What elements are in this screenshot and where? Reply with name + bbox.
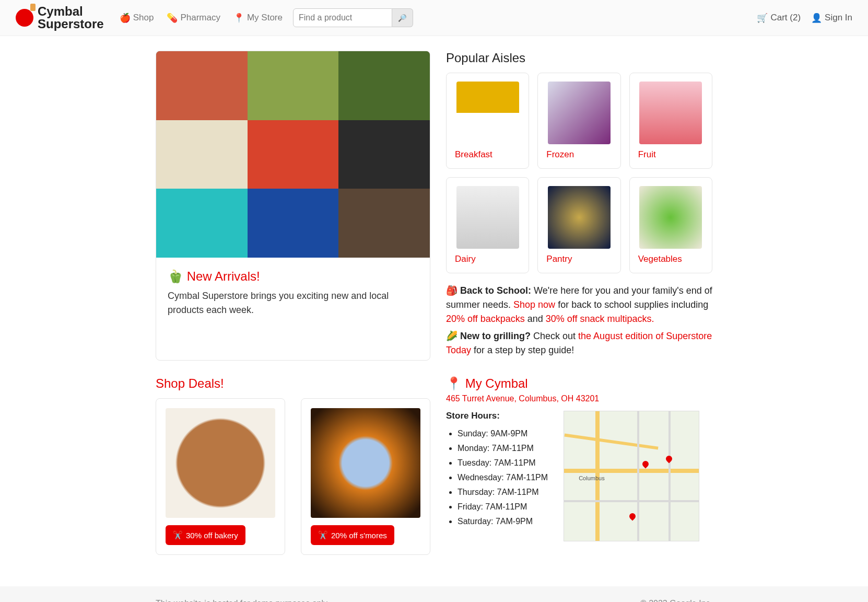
aisle-frozen[interactable]: Frozen <box>537 73 620 169</box>
store-hours: Store Hours: Sunday: 9AM-9PMMonday: 7AM-… <box>446 411 548 541</box>
aisle-image <box>456 186 519 249</box>
scissors-icon: ✂️ <box>173 530 183 540</box>
top-nav: Cymbal Superstore 🍎 Shop 💊 Pharmacy 📍 My… <box>0 0 868 36</box>
store-address-link[interactable]: 465 Turret Avenue, Columbus, OH 43201 <box>446 394 599 403</box>
search-icon: 🔎 <box>398 14 407 22</box>
my-cymbal-title: 📍 My Cymbal <box>446 376 712 391</box>
brand-logo[interactable]: Cymbal Superstore <box>16 5 104 30</box>
aisle-image <box>548 186 611 249</box>
footer-disclaimer: This website is hosted for demo purposes… <box>156 599 329 602</box>
logo-icon <box>16 9 33 27</box>
main-content: 🫑 New Arrivals! Cymbal Superstore brings… <box>149 51 719 555</box>
new-arrivals-card[interactable]: 🫑 New Arrivals! Cymbal Superstore brings… <box>156 51 430 361</box>
aisle-image <box>548 82 611 144</box>
header-right: 🛒 Cart (2) 👤 Sign In <box>757 13 852 24</box>
shop-deals-title: Shop Deals! <box>156 376 430 391</box>
new-arrivals-title: 🫑 New Arrivals! <box>168 269 418 284</box>
deal-button[interactable]: ✂️30% off bakery <box>166 525 245 545</box>
deal-image <box>311 408 420 518</box>
aisle-vegetables[interactable]: Vegetables <box>629 177 712 273</box>
popular-aisles-section: Popular Aisles BreakfastFrozenFruitDairy… <box>446 51 712 361</box>
new-arrivals-image <box>156 51 430 258</box>
cart-link[interactable]: 🛒 Cart (2) <box>757 13 801 24</box>
search-button[interactable]: 🔎 <box>392 8 413 27</box>
user-icon: 👤 <box>811 13 822 24</box>
deal-card[interactable]: ✂️30% off bakery <box>156 398 285 555</box>
aisle-dairy[interactable]: Dairy <box>446 177 529 273</box>
new-arrivals-desc: Cymbal Superstore brings you exciting ne… <box>168 289 418 317</box>
shop-deals-section: Shop Deals! ✂️30% off bakery✂️20% off s'… <box>156 376 430 555</box>
signin-link[interactable]: 👤 Sign In <box>811 13 852 24</box>
promo-block: 🎒 Back to School: We're here for you and… <box>446 284 712 357</box>
backpack-icon: 🎒 <box>446 285 458 296</box>
my-cymbal-section: 📍 My Cymbal 465 Turret Avenue, Columbus,… <box>446 376 712 555</box>
hours-row: Saturday: 7AM-9PM <box>458 514 548 529</box>
map-pin-icon <box>628 512 637 521</box>
aisle-image <box>639 186 702 249</box>
hours-row: Thursday: 7AM-11PM <box>458 485 548 500</box>
hours-row: Wednesday: 7AM-11PM <box>458 470 548 485</box>
promo-grilling: 🌽 New to grilling? Check out the August … <box>446 329 712 357</box>
store-hours-label: Store Hours: <box>446 411 548 421</box>
map-city-label: Columbus <box>579 475 605 481</box>
aisle-label: Vegetables <box>638 254 703 264</box>
scissors-icon: ✂️ <box>318 530 328 540</box>
nav-pharmacy[interactable]: 💊 Pharmacy <box>167 13 220 24</box>
deal-image <box>166 408 275 518</box>
map-pin-icon <box>641 460 650 469</box>
nav-shop[interactable]: 🍎 Shop <box>120 13 154 24</box>
aisle-label: Pantry <box>546 254 612 264</box>
map-pin-icon <box>665 455 674 464</box>
search-form: 🔎 <box>293 8 413 27</box>
aisle-image <box>639 82 702 144</box>
hours-row: Tuesday: 7AM-11PM <box>458 456 548 470</box>
promo-shop-now-link[interactable]: Shop now <box>513 299 555 310</box>
aisle-fruit[interactable]: Fruit <box>629 73 712 169</box>
pin-icon: 📍 <box>446 376 462 390</box>
pin-icon: 📍 <box>233 13 244 24</box>
page-footer: This website is hosted for demo purposes… <box>0 586 868 602</box>
brand-text: Cymbal Superstore <box>38 5 104 30</box>
aisle-image <box>456 82 519 144</box>
aisle-label: Fruit <box>638 149 703 160</box>
promo-back-to-school: 🎒 Back to School: We're here for you and… <box>446 284 712 326</box>
deal-label: 20% off s'mores <box>331 531 387 540</box>
apple-icon: 🍎 <box>120 13 131 24</box>
nav-my-store[interactable]: 📍 My Store <box>233 13 283 24</box>
hours-row: Sunday: 9AM-9PM <box>458 426 548 441</box>
aisle-label: Dairy <box>455 254 520 264</box>
corn-icon: 🌽 <box>446 331 458 341</box>
deal-button[interactable]: ✂️20% off s'mores <box>311 525 394 545</box>
popular-aisles-title: Popular Aisles <box>446 51 712 65</box>
store-map[interactable]: Columbus <box>564 411 699 541</box>
footer-copyright: © 2023 Google Inc. <box>640 599 712 602</box>
cart-icon: 🛒 <box>757 13 768 24</box>
promo-backpacks-link[interactable]: 20% off backpacks <box>446 314 525 324</box>
hours-row: Friday: 7AM-11PM <box>458 500 548 514</box>
primary-nav: 🍎 Shop 💊 Pharmacy 📍 My Store <box>120 13 283 24</box>
search-input[interactable] <box>293 8 392 27</box>
pepper-icon: 🫑 <box>168 269 183 283</box>
aisle-pantry[interactable]: Pantry <box>537 177 620 273</box>
deal-label: 30% off bakery <box>186 531 238 540</box>
promo-snacks-link[interactable]: 30% off snack multipacks. <box>546 314 654 324</box>
hours-row: Monday: 7AM-11PM <box>458 441 548 456</box>
pill-icon: 💊 <box>167 13 178 24</box>
aisle-label: Frozen <box>546 149 612 160</box>
aisle-label: Breakfast <box>455 149 520 160</box>
aisle-breakfast[interactable]: Breakfast <box>446 73 529 169</box>
deal-card[interactable]: ✂️20% off s'mores <box>301 398 430 555</box>
